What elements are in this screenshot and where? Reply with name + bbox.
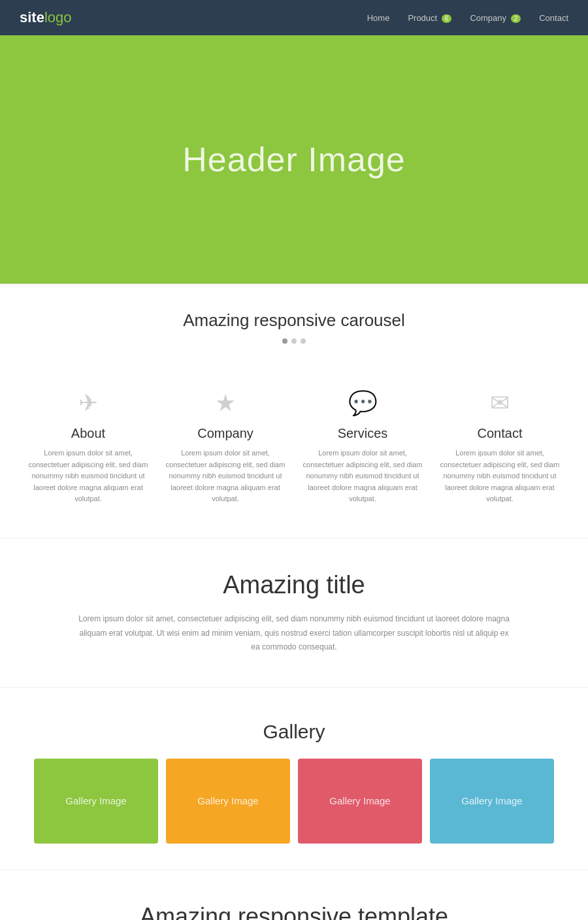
nav-link-home[interactable]: Home: [367, 13, 390, 23]
carousel-dot-1[interactable]: [282, 338, 287, 344]
logo[interactable]: sitelogo: [20, 9, 72, 26]
amazing-text: Lorem ipsum dolor sit amet, consectetuer…: [78, 612, 510, 655]
services-icon: 💬: [297, 389, 428, 417]
carousel-dots: [20, 338, 568, 344]
gallery-item-4[interactable]: Gallery Image: [430, 759, 554, 844]
gallery-title: Gallery: [20, 721, 568, 743]
amazing-section: Amazing title Lorem ipsum dolor sit amet…: [0, 538, 588, 687]
feature-services-text: Lorem ipsum dolor sit amet, consectetuer…: [297, 448, 428, 505]
nav-links: Home Product 6 Company 2 Contact: [367, 12, 568, 24]
nav-link-product[interactable]: Product 6: [408, 13, 451, 23]
amazing-title: Amazing title: [78, 571, 510, 599]
logo-logo-text: logo: [44, 9, 72, 26]
gallery-item-3-label: Gallery Image: [329, 795, 390, 806]
feature-company-title: Company: [160, 426, 291, 441]
nav-link-company[interactable]: Company 2: [470, 13, 521, 23]
gallery-item-1[interactable]: Gallery Image: [34, 759, 158, 844]
contact-icon: ✉: [434, 389, 565, 417]
gallery-item-2[interactable]: Gallery Image: [166, 759, 290, 844]
feature-company-text: Lorem ipsum dolor sit amet, consectetuer…: [160, 448, 291, 505]
feature-company: ★ Company Lorem ipsum dolor sit amet, co…: [160, 389, 291, 505]
gallery-section: Gallery Gallery Image Gallery Image Gall…: [0, 687, 588, 870]
company-badge: 2: [511, 14, 521, 23]
nav-item-home[interactable]: Home: [367, 12, 390, 24]
logo-site-text: site: [20, 9, 44, 26]
feature-contact-text: Lorem ipsum dolor sit amet, consectetuer…: [434, 448, 565, 505]
feature-contact-title: Contact: [434, 426, 565, 441]
template-section: Amazing responsive template Lorem ipsum …: [0, 870, 588, 920]
features-section: ✈ About Lorem ipsum dolor sit amet, cons…: [0, 376, 588, 538]
nav-item-product[interactable]: Product 6: [408, 12, 451, 24]
company-icon: ★: [160, 389, 291, 417]
feature-about: ✈ About Lorem ipsum dolor sit amet, cons…: [23, 389, 154, 505]
navbar: sitelogo Home Product 6 Company 2 Contac…: [0, 0, 588, 35]
gallery-item-1-label: Gallery Image: [65, 795, 126, 806]
hero-title: Header Image: [182, 140, 406, 179]
hero-section: Header Image: [0, 35, 588, 284]
feature-services: 💬 Services Lorem ipsum dolor sit amet, c…: [297, 389, 428, 505]
feature-about-title: About: [23, 426, 154, 441]
nav-item-company[interactable]: Company 2: [470, 12, 521, 24]
carousel-title: Amazing responsive carousel: [20, 310, 568, 331]
carousel-dot-3[interactable]: [301, 338, 306, 344]
carousel-section: Amazing responsive carousel: [0, 284, 588, 376]
gallery-item-2-label: Gallery Image: [197, 795, 258, 806]
feature-contact: ✉ Contact Lorem ipsum dolor sit amet, co…: [434, 389, 565, 505]
gallery-grid: Gallery Image Gallery Image Gallery Imag…: [20, 759, 568, 844]
nav-item-contact[interactable]: Contact: [539, 12, 568, 24]
carousel-dot-2[interactable]: [291, 338, 297, 344]
product-badge: 6: [442, 14, 452, 23]
nav-link-contact[interactable]: Contact: [539, 13, 568, 23]
about-icon: ✈: [23, 389, 154, 417]
gallery-item-4-label: Gallery Image: [461, 795, 522, 806]
template-title: Amazing responsive template: [78, 903, 510, 920]
feature-about-text: Lorem ipsum dolor sit amet, consectetuer…: [23, 448, 154, 505]
feature-services-title: Services: [297, 426, 428, 441]
gallery-item-3[interactable]: Gallery Image: [298, 759, 422, 844]
